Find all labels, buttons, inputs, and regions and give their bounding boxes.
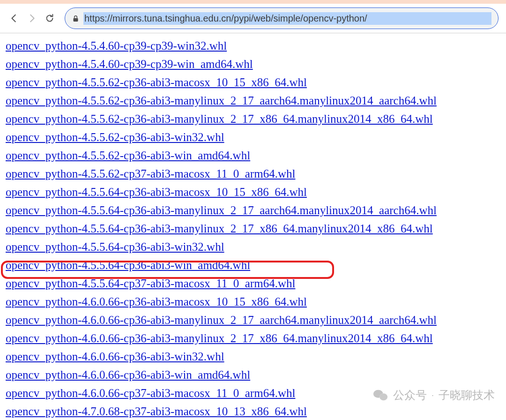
lock-icon <box>72 15 80 22</box>
package-file-link[interactable]: opencv_python-4.5.5.64-cp36-abi3-win32.w… <box>6 240 224 253</box>
window-top-strip <box>0 0 506 4</box>
package-file-link[interactable]: opencv_python-4.6.0.66-cp36-abi3-manylin… <box>6 314 437 326</box>
package-file-link[interactable]: opencv_python-4.6.0.66-cp36-abi3-win32.w… <box>6 350 224 363</box>
package-file-link[interactable]: opencv_python-4.6.0.66-cp37-abi3-macosx_… <box>6 387 295 399</box>
package-file-link[interactable]: opencv_python-4.5.4.60-cp39-cp39-win_amd… <box>6 58 253 70</box>
package-index-page: opencv_python-4.5.4.60-cp39-cp39-win32.w… <box>0 33 506 420</box>
package-file-link[interactable]: opencv_python-4.5.5.64-cp36-abi3-manylin… <box>6 204 437 217</box>
forward-button[interactable] <box>25 12 38 25</box>
address-bar[interactable]: https://mirrors.tuna.tsinghua.edu.cn/pyp… <box>65 8 499 29</box>
package-file-link[interactable]: opencv_python-4.5.5.62-cp37-abi3-macosx_… <box>6 167 295 180</box>
back-button[interactable] <box>7 12 21 25</box>
package-file-link[interactable]: opencv_python-4.5.5.62-cp36-abi3-macosx_… <box>6 76 307 89</box>
browser-toolbar: https://mirrors.tuna.tsinghua.edu.cn/pyp… <box>0 4 506 33</box>
package-file-link[interactable]: opencv_python-4.5.5.64-cp36-abi3-manylin… <box>6 222 433 235</box>
package-file-link[interactable]: opencv_python-4.5.5.62-cp36-abi3-manylin… <box>6 94 437 107</box>
package-file-link[interactable]: opencv_python-4.6.0.66-cp36-abi3-win_amd… <box>6 368 250 381</box>
package-file-link[interactable]: opencv_python-4.7.0.68-cp37-abi3-macosx_… <box>6 405 307 418</box>
package-file-link[interactable]: opencv_python-4.5.5.62-cp36-abi3-win_amd… <box>6 149 250 162</box>
package-file-link[interactable]: opencv_python-4.6.0.66-cp36-abi3-manylin… <box>6 332 433 345</box>
package-file-link[interactable]: opencv_python-4.6.0.66-cp36-abi3-macosx_… <box>6 295 307 308</box>
svg-rect-0 <box>74 18 78 21</box>
package-file-link[interactable]: opencv_python-4.5.5.64-cp36-abi3-win_amd… <box>6 259 250 271</box>
address-bar-url[interactable]: https://mirrors.tuna.tsinghua.edu.cn/pyp… <box>83 12 491 25</box>
package-file-link[interactable]: opencv_python-4.5.4.60-cp39-cp39-win32.w… <box>6 39 227 52</box>
package-file-link[interactable]: opencv_python-4.5.5.64-cp37-abi3-macosx_… <box>6 277 295 290</box>
package-file-link[interactable]: opencv_python-4.5.5.62-cp36-abi3-manylin… <box>6 112 433 125</box>
package-file-link[interactable]: opencv_python-4.5.5.62-cp36-abi3-win32.w… <box>6 131 224 143</box>
package-file-link[interactable]: opencv_python-4.5.5.64-cp36-abi3-macosx_… <box>6 186 307 198</box>
reload-button[interactable] <box>43 12 56 25</box>
